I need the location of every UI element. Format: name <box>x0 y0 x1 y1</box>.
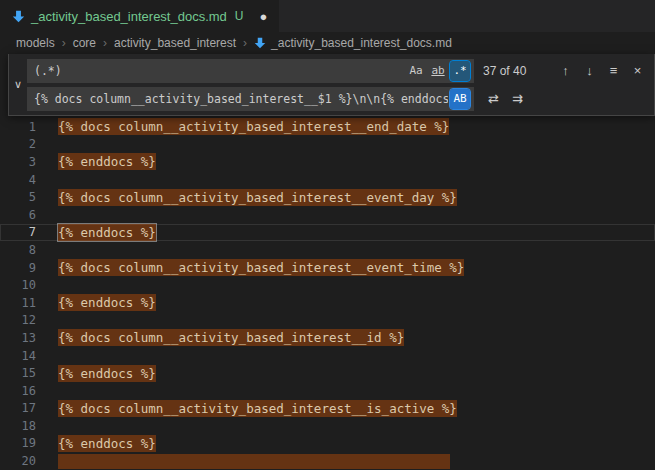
line-number[interactable]: 17 <box>0 401 36 415</box>
find-match-highlight: {% docs column__activity_based_interest_… <box>58 118 449 135</box>
line-number[interactable]: 10 <box>0 278 36 292</box>
editor-line[interactable]: 13{% docs column__activity_based_interes… <box>0 329 655 347</box>
chevron-down-icon: ∨ <box>14 78 22 91</box>
whole-word-button[interactable]: ab <box>428 61 448 81</box>
editor-tab[interactable]: _activity_based_interest_docs.md U ● <box>0 0 279 32</box>
line-text: {% enddocs %} <box>58 224 156 242</box>
editor-line[interactable]: 2 <box>0 136 655 154</box>
editor-lines: 1{% docs column__activity_based_interest… <box>0 118 655 470</box>
line-number[interactable]: 8 <box>0 243 36 257</box>
previous-match-button[interactable]: ↑ <box>555 60 576 81</box>
find-input[interactable]: (.*) Aa ab .* <box>27 59 474 83</box>
find-match-highlight <box>58 454 450 469</box>
find-in-selection-button[interactable]: ≡ <box>603 60 624 81</box>
current-find-match: {% enddocs %} <box>58 224 156 241</box>
tab-label: _activity_based_interest_docs.md <box>31 9 227 24</box>
line-number[interactable]: 9 <box>0 261 36 275</box>
editor-line[interactable]: 7{% enddocs %} <box>0 224 655 242</box>
line-text <box>58 452 450 470</box>
breadcrumb-separator: › <box>243 36 247 50</box>
breadcrumb-item-models[interactable]: models <box>16 36 55 50</box>
editor-line[interactable]: 14 <box>0 347 655 365</box>
line-number[interactable]: 11 <box>0 296 36 310</box>
find-match-highlight: {% enddocs %} <box>58 153 156 170</box>
find-match-highlight: {% docs column__activity_based_interest_… <box>58 329 404 346</box>
breadcrumb-separator: › <box>103 36 107 50</box>
find-match-highlight: {% docs column__activity_based_interest_… <box>58 400 457 417</box>
editor-line[interactable]: 5{% docs column__activity_based_interest… <box>0 188 655 206</box>
line-number[interactable]: 20 <box>0 454 36 468</box>
markdown-file-icon <box>12 10 25 23</box>
line-text: {% enddocs %} <box>58 435 156 453</box>
editor-line[interactable]: 17{% docs column__activity_based_interes… <box>0 400 655 418</box>
line-text: {% docs column__activity_based_interest_… <box>58 118 449 136</box>
line-number[interactable]: 2 <box>0 137 36 151</box>
find-match-highlight: {% docs column__activity_based_interest_… <box>58 259 464 276</box>
line-number[interactable]: 5 <box>0 190 36 204</box>
find-match-highlight: {% enddocs %} <box>58 435 156 452</box>
line-number[interactable]: 15 <box>0 366 36 380</box>
line-text: {% enddocs %} <box>58 294 156 312</box>
line-number[interactable]: 6 <box>0 208 36 222</box>
line-text: {% docs column__activity_based_interest_… <box>58 259 464 277</box>
replace-input[interactable]: {% docs column__activity_based_interest_… <box>27 87 474 111</box>
preserve-case-button[interactable]: AB <box>450 89 470 109</box>
breadcrumb: models › core › activity_based_interest … <box>0 32 655 54</box>
line-number[interactable]: 1 <box>0 120 36 134</box>
match-count: 37 of 40 <box>483 64 526 78</box>
editor-line[interactable]: 4 <box>0 171 655 189</box>
editor-line[interactable]: 15{% enddocs %} <box>0 364 655 382</box>
breadcrumb-item-file[interactable]: _activity_based_interest_docs.md <box>254 36 452 50</box>
breadcrumb-item-core[interactable]: core <box>73 36 96 50</box>
find-match-highlight: {% enddocs %} <box>58 365 156 382</box>
editor-line[interactable]: 11{% enddocs %} <box>0 294 655 312</box>
editor[interactable]: 1{% docs column__activity_based_interest… <box>0 118 655 470</box>
regex-button[interactable]: .* <box>450 61 470 81</box>
editor-line[interactable]: 16 <box>0 382 655 400</box>
find-match-highlight: {% enddocs %} <box>58 294 156 311</box>
close-find-button[interactable]: × <box>627 60 648 81</box>
line-number[interactable]: 14 <box>0 349 36 363</box>
modified-dot-icon[interactable]: ● <box>260 9 268 24</box>
replace-input-value: {% docs column__activity_based_interest_… <box>34 92 448 106</box>
line-number[interactable]: 3 <box>0 155 36 169</box>
selection-lines-icon: ≡ <box>610 63 618 78</box>
find-row: (.*) Aa ab .* 37 of 40 ↑ ↓ ≡ × <box>27 58 648 83</box>
editor-line[interactable]: 8 <box>0 241 655 259</box>
line-number[interactable]: 7 <box>0 225 36 239</box>
git-untracked-badge: U <box>235 9 244 23</box>
find-input-value: (.*) <box>34 64 404 78</box>
line-number[interactable]: 12 <box>0 313 36 327</box>
replace-row: {% docs column__activity_based_interest_… <box>27 86 648 111</box>
editor-line[interactable]: 1{% docs column__activity_based_interest… <box>0 118 655 136</box>
line-text: {% enddocs %} <box>58 364 156 382</box>
breadcrumb-item-folder[interactable]: activity_based_interest <box>114 36 236 50</box>
line-text: {% docs column__activity_based_interest_… <box>58 329 404 347</box>
editor-line[interactable]: 6 <box>0 206 655 224</box>
line-number[interactable]: 13 <box>0 331 36 345</box>
line-text: {% docs column__activity_based_interest_… <box>58 188 457 206</box>
line-number[interactable]: 4 <box>0 173 36 187</box>
editor-line[interactable]: 20 <box>0 452 655 470</box>
line-number[interactable]: 18 <box>0 419 36 433</box>
line-number[interactable]: 19 <box>0 436 36 450</box>
replace-all-icon: ⇉ <box>512 91 523 106</box>
editor-line[interactable]: 9{% docs column__activity_based_interest… <box>0 259 655 277</box>
replace-icon: ⇄ <box>488 91 499 106</box>
replace-all-button[interactable]: ⇉ <box>507 88 528 109</box>
next-match-button[interactable]: ↓ <box>579 60 600 81</box>
line-text: {% enddocs %} <box>58 153 156 171</box>
tab-bar: _activity_based_interest_docs.md U ● <box>0 0 655 32</box>
breadcrumb-separator: › <box>62 36 66 50</box>
match-case-button[interactable]: Aa <box>406 61 426 81</box>
editor-line[interactable]: 18 <box>0 417 655 435</box>
toggle-replace-button[interactable]: ∨ <box>9 58 27 111</box>
editor-line[interactable]: 19{% enddocs %} <box>0 435 655 453</box>
replace-button[interactable]: ⇄ <box>483 88 504 109</box>
line-text: {% docs column__activity_based_interest_… <box>58 400 457 418</box>
editor-line[interactable]: 3{% enddocs %} <box>0 153 655 171</box>
line-number[interactable]: 16 <box>0 384 36 398</box>
close-icon: × <box>634 63 642 78</box>
editor-line[interactable]: 10 <box>0 276 655 294</box>
editor-line[interactable]: 12 <box>0 312 655 330</box>
